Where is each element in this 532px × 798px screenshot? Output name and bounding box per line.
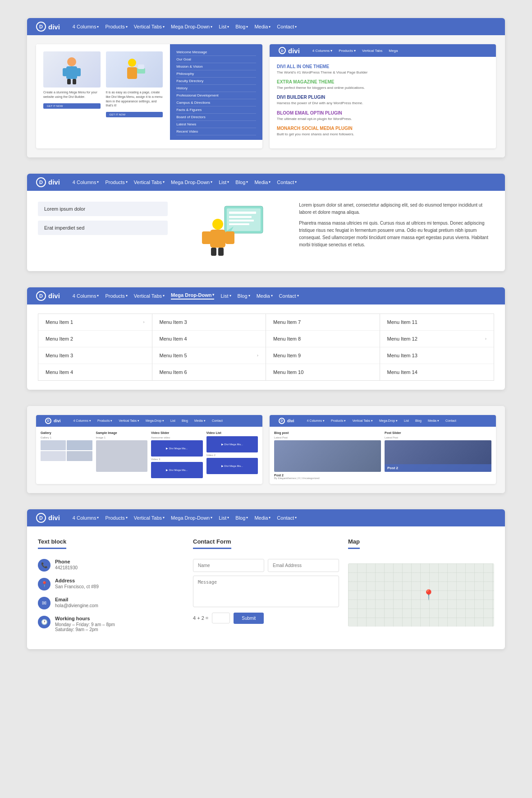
mega-item-1-2[interactable]: Menu Item 2: [38, 331, 152, 347]
menu-list-item-11[interactable]: Latest News: [176, 121, 256, 128]
nav-4cols-2[interactable]: 4 Columns ▾: [73, 180, 99, 185]
nav-4a-4[interactable]: Mega-Drop ▾: [146, 419, 164, 423]
nav-contact-2[interactable]: Contact ▾: [277, 180, 297, 185]
nav-4a-6[interactable]: Blog: [182, 419, 188, 422]
menu-list-item-1[interactable]: Welcome Message: [176, 49, 256, 56]
nav-blog-5[interactable]: Blog ▾: [235, 515, 248, 521]
get-it-btn-1[interactable]: GET IT NOW: [43, 103, 101, 109]
mega-item-2-1[interactable]: Menu Item 3: [152, 314, 266, 331]
nav-blog-3[interactable]: Blog ▾: [238, 293, 250, 299]
nav-4b-7[interactable]: Media ▾: [428, 419, 439, 423]
nav-list-1[interactable]: List ▾: [219, 24, 229, 29]
nav-products-3[interactable]: Products ▾: [105, 293, 127, 299]
nav-4b-2[interactable]: Products ▾: [331, 419, 346, 423]
menu-list-item-6[interactable]: History: [176, 85, 256, 92]
nav-vtabs-3[interactable]: Vertical Tabs ▾: [134, 293, 165, 299]
s4-video-slider-col: Video Slider Awesome video ▶ Divi Mega M…: [151, 431, 203, 478]
nav-4a-8[interactable]: Contact: [212, 419, 223, 422]
menu-list-item-8[interactable]: Campus & Directions: [176, 99, 256, 106]
nav-contact-3[interactable]: Contact ▾: [279, 293, 299, 299]
nav-media-2[interactable]: Media ▾: [254, 180, 271, 185]
nav-products-5[interactable]: Products ▾: [105, 515, 127, 521]
nav-4a-7[interactable]: Media ▾: [194, 419, 206, 423]
s4-gallery-img-2: [67, 440, 92, 450]
s2-text: Lorem ipsum dolor sit amet, consectetur …: [299, 202, 494, 252]
mega-item-1-4[interactable]: Menu Item 4: [38, 364, 152, 380]
s2-tab-1[interactable]: Lorem ipsum dolor: [38, 202, 168, 216]
nav-list-3[interactable]: List ▾: [220, 293, 231, 299]
nav-right-vtabs[interactable]: Vertical Tabs: [362, 49, 382, 53]
nav-products-1[interactable]: Products ▾: [105, 24, 127, 29]
s5-email-item: ✉ Email hola@diviengine.com: [38, 597, 184, 609]
s5-email-input[interactable]: [268, 559, 339, 572]
nav-vtabs-1[interactable]: Vertical Tabs ▾: [134, 24, 165, 29]
product-desc-2: The perfect theme for bloggers and onlin…: [277, 85, 489, 90]
brand-4b: D divi: [279, 418, 294, 424]
nav-media-3[interactable]: Media ▾: [257, 293, 273, 299]
nav-contact-5[interactable]: Contact ▾: [277, 515, 297, 521]
nav-4a-1[interactable]: 4 Columns ▾: [73, 419, 91, 423]
nav-4cols-5[interactable]: 4 Columns ▾: [73, 515, 99, 521]
get-it-btn-2[interactable]: GET IT NOW: [106, 112, 163, 117]
nav-4a-3[interactable]: Vertical Tabs ▾: [119, 419, 140, 423]
nav-blog-2[interactable]: Blog ▾: [235, 180, 248, 185]
nav-right-4cols[interactable]: 4 Columns ▾: [312, 49, 332, 53]
nav-list-5[interactable]: List ▾: [219, 515, 229, 521]
clock-icon: 🕐: [38, 616, 50, 628]
nav-right-products[interactable]: Products ▾: [339, 49, 356, 53]
mega-item-4-2[interactable]: Menu Item 12 ›: [380, 331, 494, 347]
mega-item-2-2[interactable]: Menu Item 4: [152, 331, 266, 347]
nav-products-2[interactable]: Products ▾: [105, 180, 127, 185]
nav-4a-5[interactable]: List: [170, 419, 175, 422]
location-icon: 📍: [38, 578, 50, 590]
mega-item-4-3[interactable]: Menu Item 13: [380, 347, 494, 364]
nav-vtabs-2[interactable]: Vertical Tabs ▾: [134, 180, 165, 185]
menu-list-item-3[interactable]: Mission & Vision: [176, 63, 256, 70]
nav-contact-1[interactable]: Contact ▾: [277, 24, 297, 29]
nav-4cols-3[interactable]: 4 Columns ▾: [73, 293, 99, 299]
nav-media-5[interactable]: Media ▾: [254, 515, 271, 521]
s5-submit-button[interactable]: Submit: [234, 613, 264, 624]
nav-4b-8[interactable]: Contact: [445, 419, 456, 422]
mega-item-2-4[interactable]: Menu Item 6: [152, 364, 266, 380]
nav-4b-3[interactable]: Vertical Tabs ▾: [353, 419, 373, 423]
s2-tab-2[interactable]: Erat imperdiet sed: [38, 221, 168, 235]
nav-4cols-1[interactable]: 4 Columns ▾: [73, 24, 99, 29]
s5-name-input[interactable]: [193, 559, 264, 572]
nav-4a-2[interactable]: Products ▾: [97, 419, 113, 423]
menu-list-item-12[interactable]: Recent Video: [176, 128, 256, 135]
s4-vslider-label: Awesome video: [151, 436, 203, 439]
nav-mega-5[interactable]: Mega Drop-Down ▾: [171, 515, 212, 521]
mega-item-3-1[interactable]: Menu Item 7: [266, 314, 380, 331]
nav-4b-1[interactable]: 4 Columns ▾: [307, 419, 325, 423]
nav-mega-2[interactable]: Mega Drop-Down ▾: [171, 180, 212, 185]
mega-item-1-3[interactable]: Menu Item 3: [38, 347, 152, 364]
nav-4b-5[interactable]: List: [404, 419, 409, 422]
mega-item-3-2[interactable]: Menu Item 8: [266, 331, 380, 347]
nav-list-2[interactable]: List ▾: [219, 180, 229, 185]
brand-circle-4b: D: [279, 418, 285, 424]
nav-blog-1[interactable]: Blog ▾: [235, 24, 248, 29]
nav-mega-3[interactable]: Mega Drop-Down ▾: [171, 292, 214, 300]
menu-list-item-2[interactable]: Our Goal: [176, 56, 256, 63]
menu-list-item-9[interactable]: Facts & Figures: [176, 106, 256, 114]
menu-list-item-4[interactable]: Philosophy: [176, 70, 256, 78]
s2-text-2: Pharetra massa massa ultricies mi quis. …: [299, 220, 494, 249]
s5-message-textarea[interactable]: [193, 576, 339, 607]
menu-list-item-7[interactable]: Professional Development: [176, 92, 256, 99]
mega-item-4-4[interactable]: Menu Item 14: [380, 364, 494, 380]
mega-item-3-4[interactable]: Menu Item 10: [266, 364, 380, 380]
nav-4b-4[interactable]: Mega-Drop ▾: [379, 419, 398, 423]
nav-right-mega[interactable]: Mega: [389, 49, 398, 53]
nav-media-1[interactable]: Media ▾: [254, 24, 271, 29]
nav-mega-1[interactable]: Mega Drop-Down ▾: [171, 24, 212, 29]
mega-item-3-3[interactable]: Menu Item 9: [266, 347, 380, 364]
s5-captcha-input[interactable]: [212, 613, 230, 623]
menu-list-item-5[interactable]: Faculty Directory: [176, 78, 256, 85]
mega-item-2-3[interactable]: Menu Item 5 ›: [152, 347, 266, 364]
nav-4b-6[interactable]: Blog: [415, 419, 422, 422]
mega-item-4-1[interactable]: Menu Item 11: [380, 314, 494, 331]
mega-item-1-1[interactable]: Menu Item 1 ›: [38, 314, 152, 331]
nav-vtabs-5[interactable]: Vertical Tabs ▾: [134, 515, 165, 521]
menu-list-item-10[interactable]: Board of Directors: [176, 114, 256, 121]
